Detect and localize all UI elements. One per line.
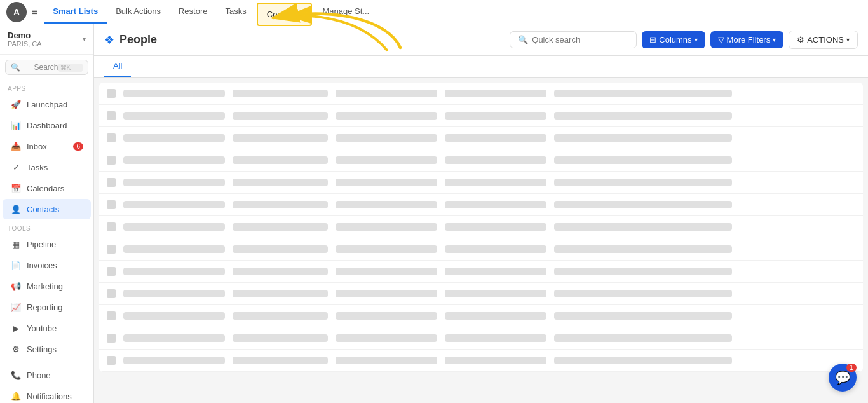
- top-nav-tab-tasks[interactable]: Tasks: [217, 0, 255, 24]
- skeleton-cell: [445, 334, 546, 342]
- sidebar-item-dashboard[interactable]: 📊 Dashboard: [3, 115, 91, 135]
- skeleton-cell: [336, 112, 437, 120]
- skeleton-cell: [554, 245, 732, 253]
- contacts-icon: 👤: [10, 203, 22, 215]
- search-label: Search: [34, 63, 58, 72]
- table-row: [99, 305, 863, 327]
- skeleton-cell: [233, 334, 328, 342]
- chevron-down-icon: ▾: [695, 36, 698, 43]
- columns-button[interactable]: ⊞ Columns ▾: [642, 31, 705, 48]
- chat-icon: 💬: [835, 370, 851, 385]
- user-avatar[interactable]: A: [6, 2, 27, 22]
- top-nav-tab-restore[interactable]: Restore: [170, 0, 217, 24]
- skeleton-cell: [336, 312, 437, 320]
- inbox-badge: 6: [73, 142, 83, 151]
- sidebar-item-reporting[interactable]: 📈 Reporting: [3, 297, 91, 317]
- apps-section-label: Apps: [0, 80, 93, 93]
- hamburger-icon[interactable]: ≡: [32, 6, 37, 18]
- row-checkbox[interactable]: [107, 356, 116, 365]
- top-nav: A ≡ Smart ListsBulk ActionsRestoreTasksC…: [0, 0, 868, 24]
- skeleton-cell: [336, 290, 437, 297]
- skeleton-cell: [445, 156, 546, 164]
- row-checkbox[interactable]: [107, 200, 116, 209]
- chat-button[interactable]: 💬 1: [829, 364, 857, 392]
- skeleton-cell: [123, 223, 225, 231]
- filter-icon: ▽: [718, 35, 724, 44]
- row-checkbox[interactable]: [107, 156, 116, 165]
- skeleton-cell: [554, 334, 732, 342]
- table-row: [99, 105, 863, 127]
- sidebar-item-launchpad[interactable]: 🚀 Launchpad: [3, 94, 91, 114]
- quick-search-input[interactable]: [532, 35, 628, 44]
- row-checkbox[interactable]: [107, 289, 116, 298]
- row-checkbox[interactable]: [107, 222, 116, 231]
- search-icon: 🔍: [11, 63, 31, 72]
- row-checkbox[interactable]: [107, 89, 116, 98]
- skeleton-cell: [233, 201, 328, 208]
- table-row: [99, 238, 863, 261]
- chevron-down-icon: ▾: [846, 36, 850, 43]
- sidebar-item-contacts[interactable]: 👤 Contacts: [3, 199, 91, 219]
- more-filters-button[interactable]: ▽ More Filters ▾: [710, 31, 784, 48]
- content-tab-all[interactable]: All: [104, 56, 131, 77]
- skeleton-cell: [336, 201, 437, 208]
- skeleton-cell: [123, 268, 225, 275]
- skeleton-cell: [554, 90, 732, 97]
- table-row: [99, 127, 863, 149]
- table-area: [94, 78, 868, 403]
- top-nav-tab-company[interactable]: Company: [257, 3, 313, 26]
- skeleton-cell: [554, 201, 732, 208]
- sidebar-label-notifications: Notifications: [27, 392, 72, 401]
- row-checkbox[interactable]: [107, 334, 116, 343]
- sidebar-item-marketing[interactable]: 📢 Marketing: [3, 276, 91, 296]
- skeleton-cell: [123, 90, 225, 97]
- sidebar-search[interactable]: 🔍 Search ⌘K: [5, 60, 88, 75]
- settings-icon: ⚙: [10, 343, 22, 355]
- chat-badge: 1: [846, 364, 857, 372]
- sidebar-label-inbox: Inbox: [27, 142, 47, 151]
- tasks-icon: ✓: [10, 161, 22, 173]
- row-checkbox[interactable]: [107, 133, 116, 142]
- top-nav-tab-smart-lists[interactable]: Smart Lists: [44, 0, 107, 24]
- sidebar-item-pipeline[interactable]: ▦ Pipeline: [3, 234, 91, 254]
- skeleton-cell: [554, 290, 732, 297]
- sidebar-item-notifications[interactable]: 🔔 Notifications: [3, 386, 91, 403]
- actions-button[interactable]: ⚙ ACTIONS ▾: [789, 31, 858, 49]
- sidebar-item-youtube[interactable]: ▶ Youtube: [3, 318, 91, 338]
- phone-icon: 📞: [10, 369, 22, 381]
- row-checkbox[interactable]: [107, 178, 116, 187]
- content-header: ❖ People 🔍 ⊞ Columns ▾ ▽ More Filters ▾: [94, 24, 868, 56]
- skeleton-cell: [123, 245, 225, 253]
- sidebar-item-settings[interactable]: ⚙ Settings: [3, 339, 91, 359]
- row-checkbox[interactable]: [107, 267, 116, 276]
- skeleton-cell: [445, 312, 546, 320]
- top-nav-tab-manage-st...[interactable]: Manage St...: [313, 0, 378, 24]
- content-tabs: All: [94, 56, 868, 78]
- sidebar-item-tasks[interactable]: ✓ Tasks: [3, 157, 91, 177]
- table-row: [99, 327, 863, 350]
- skeleton-cell: [233, 290, 328, 297]
- top-nav-tab-bulk-actions[interactable]: Bulk Actions: [107, 0, 170, 24]
- skeleton-cell: [445, 245, 546, 253]
- table-row: [99, 149, 863, 172]
- columns-icon: ⊞: [649, 35, 656, 44]
- sidebar-item-inbox[interactable]: 📥 Inbox 6: [3, 136, 91, 156]
- people-icon: ❖: [104, 33, 114, 47]
- row-checkbox[interactable]: [107, 111, 116, 120]
- workspace-selector[interactable]: Demo PARIS, CA ▾: [0, 24, 93, 55]
- row-checkbox[interactable]: [107, 311, 116, 320]
- sidebar-label-dashboard: Dashboard: [27, 121, 67, 130]
- inbox-icon: 📥: [10, 140, 22, 152]
- sidebar-item-calendars[interactable]: 📅 Calendars: [3, 178, 91, 198]
- skeleton-cell: [233, 245, 328, 253]
- sidebar-item-phone[interactable]: 📞 Phone: [3, 365, 91, 385]
- sidebar-label-marketing: Marketing: [27, 282, 63, 291]
- table-row: [99, 350, 863, 372]
- youtube-icon: ▶: [10, 322, 22, 334]
- sidebar-item-invoices[interactable]: 📄 Invoices: [3, 255, 91, 275]
- skeleton-cell: [233, 112, 328, 120]
- sidebar-label-phone: Phone: [27, 371, 51, 380]
- skeleton-cell: [233, 179, 328, 186]
- quick-search-box[interactable]: 🔍: [510, 31, 637, 48]
- row-checkbox[interactable]: [107, 245, 116, 254]
